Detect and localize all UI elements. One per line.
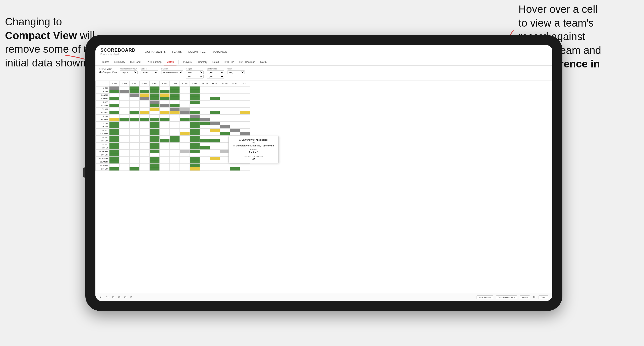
zoom-icon[interactable]: ⊙ bbox=[111, 295, 115, 299]
matrix-cell[interactable] bbox=[120, 136, 130, 139]
matrix-cell[interactable] bbox=[170, 101, 180, 104]
matrix-cell[interactable] bbox=[200, 104, 210, 108]
nav-rankings[interactable]: RANKINGS bbox=[212, 50, 227, 53]
matrix-cell[interactable] bbox=[240, 164, 250, 167]
save-custom-btn[interactable]: Save Custom View bbox=[496, 295, 517, 299]
matrix-cell[interactable] bbox=[160, 90, 170, 94]
sub-nav-h2h-heatmap1[interactable]: H2H Heatmap bbox=[143, 59, 164, 65]
matrix-cell[interactable] bbox=[200, 139, 210, 143]
matrix-cell[interactable] bbox=[240, 101, 250, 104]
matrix-cell[interactable] bbox=[160, 104, 170, 108]
matrix-cell[interactable] bbox=[150, 143, 160, 146]
matrix-cell[interactable] bbox=[130, 157, 140, 160]
matrix-cell[interactable] bbox=[180, 153, 190, 157]
sub-nav-teams[interactable]: Teams bbox=[99, 59, 112, 65]
matrix-cell[interactable] bbox=[190, 104, 200, 108]
matrix-cell[interactable] bbox=[170, 153, 180, 157]
matrix-cell[interactable] bbox=[240, 129, 250, 132]
matrix-cell[interactable] bbox=[220, 94, 230, 97]
full-view-radio[interactable] bbox=[99, 68, 101, 70]
matrix-cell[interactable] bbox=[190, 164, 200, 167]
matrix-cell[interactable] bbox=[210, 160, 220, 164]
matrix-cell[interactable] bbox=[180, 94, 190, 97]
watch-btn[interactable]: Watch bbox=[520, 295, 530, 299]
matrix-cell[interactable] bbox=[160, 97, 170, 101]
matrix-cell[interactable] bbox=[190, 94, 200, 97]
matrix-cell[interactable] bbox=[200, 118, 210, 122]
matrix-cell[interactable] bbox=[120, 86, 130, 90]
matrix-cell[interactable] bbox=[170, 150, 180, 153]
matrix-cell[interactable] bbox=[160, 122, 170, 125]
matrix-cell[interactable] bbox=[240, 111, 250, 115]
matrix-cell[interactable] bbox=[170, 108, 180, 111]
matrix-cell[interactable] bbox=[120, 104, 130, 108]
matrix-cell[interactable] bbox=[140, 111, 150, 115]
matrix-cell[interactable] bbox=[150, 136, 160, 139]
matrix-cell[interactable] bbox=[210, 86, 220, 90]
matrix-cell[interactable] bbox=[200, 90, 210, 94]
matrix-cell[interactable] bbox=[180, 108, 190, 111]
matrix-cell[interactable] bbox=[140, 139, 150, 143]
matrix-cell[interactable] bbox=[210, 111, 220, 115]
division-select[interactable]: NCAA Division I bbox=[161, 70, 183, 74]
view-original-btn[interactable]: View: Original bbox=[477, 295, 493, 299]
matrix-cell[interactable] bbox=[140, 164, 150, 167]
matrix-cell[interactable] bbox=[170, 122, 180, 125]
matrix-cell[interactable] bbox=[130, 97, 140, 101]
matrix-cell[interactable] bbox=[200, 157, 210, 160]
matrix-cell[interactable] bbox=[109, 94, 120, 97]
region-select-2[interactable]: N/A bbox=[186, 75, 204, 78]
matrix-cell[interactable] bbox=[140, 118, 150, 122]
matrix-cell[interactable] bbox=[190, 139, 200, 143]
matrix-cell[interactable] bbox=[109, 143, 120, 146]
matrix-cell[interactable] bbox=[150, 139, 160, 143]
matrix-cell[interactable] bbox=[220, 111, 230, 115]
matrix-cell[interactable] bbox=[160, 111, 170, 115]
matrix-cell[interactable] bbox=[120, 125, 130, 129]
matrix-cell[interactable] bbox=[180, 132, 190, 136]
matrix-cell[interactable] bbox=[220, 90, 230, 94]
matrix-cell[interactable] bbox=[170, 160, 180, 164]
matrix-cell[interactable] bbox=[160, 108, 170, 111]
matrix-cell[interactable] bbox=[130, 160, 140, 164]
matrix-cell[interactable] bbox=[109, 86, 120, 90]
matrix-cell[interactable] bbox=[210, 150, 220, 153]
matrix-cell[interactable] bbox=[200, 122, 210, 125]
matrix-cell[interactable] bbox=[150, 111, 160, 115]
region-select-1[interactable]: N/A bbox=[186, 70, 204, 74]
reset-icon[interactable]: ↺ bbox=[130, 295, 133, 299]
matrix-cell[interactable] bbox=[200, 94, 210, 97]
matrix-cell[interactable] bbox=[130, 153, 140, 157]
max-teams-select[interactable]: Top 50 bbox=[120, 70, 138, 74]
matrix-cell[interactable] bbox=[160, 94, 170, 97]
matrix-cell[interactable] bbox=[120, 101, 130, 104]
matrix-cell[interactable] bbox=[120, 164, 130, 167]
matrix-cell[interactable] bbox=[130, 164, 140, 167]
matrix-cell[interactable] bbox=[220, 104, 230, 108]
matrix-cell[interactable] bbox=[220, 125, 230, 129]
matrix-cell[interactable] bbox=[210, 125, 220, 129]
matrix-cell[interactable] bbox=[210, 164, 220, 167]
matrix-cell[interactable] bbox=[109, 167, 120, 171]
matrix-cell[interactable] bbox=[120, 108, 130, 111]
matrix-cell[interactable] bbox=[210, 97, 220, 101]
matrix-cell[interactable] bbox=[180, 90, 190, 94]
matrix-cell[interactable] bbox=[170, 146, 180, 150]
matrix-cell[interactable] bbox=[230, 164, 240, 167]
matrix-cell[interactable] bbox=[240, 132, 250, 136]
matrix-cell[interactable] bbox=[160, 143, 170, 146]
matrix-cell[interactable] bbox=[180, 86, 190, 90]
matrix-cell[interactable] bbox=[150, 115, 160, 118]
matrix-cell[interactable] bbox=[109, 136, 120, 139]
matrix-cell[interactable] bbox=[150, 167, 160, 171]
matrix-cell[interactable] bbox=[160, 136, 170, 139]
matrix-cell[interactable] bbox=[170, 97, 180, 101]
matrix-cell[interactable] bbox=[150, 153, 160, 157]
matrix-cell[interactable] bbox=[180, 167, 190, 171]
matrix-cell[interactable] bbox=[140, 160, 150, 164]
matrix-cell[interactable] bbox=[190, 160, 200, 164]
matrix-cell[interactable] bbox=[220, 101, 230, 104]
matrix-cell[interactable] bbox=[130, 90, 140, 94]
matrix-cell[interactable] bbox=[130, 111, 140, 115]
matrix-cell[interactable] bbox=[140, 129, 150, 132]
